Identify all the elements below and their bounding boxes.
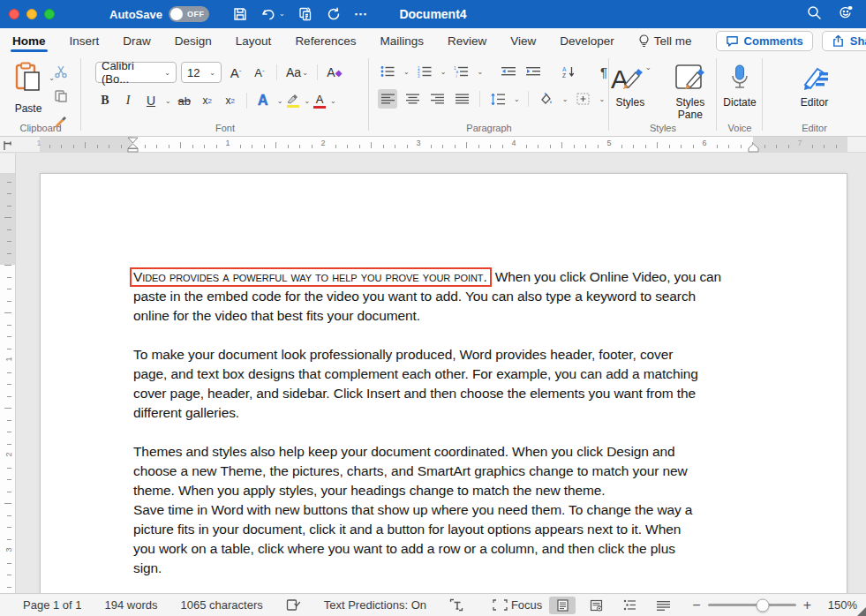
font-color-button[interactable]: A [313,94,326,109]
text-effects-button[interactable]: A [253,91,273,110]
font-size-select[interactable]: 12 ⌄ [181,62,222,83]
search-button[interactable] [807,5,822,24]
text-effects-chevron-icon[interactable]: ⌄ [277,97,283,105]
empty-line [133,326,758,345]
zoom-slider[interactable] [708,604,796,606]
share-button[interactable]: Share [822,31,866,51]
decrease-indent-button[interactable] [499,62,518,81]
undo-button[interactable]: ⌄ [260,6,285,22]
strikethrough-button[interactable]: ab [175,91,194,110]
indent-markers[interactable] [126,137,139,153]
align-left-button[interactable] [378,89,397,109]
word-count[interactable]: 194 words [105,598,158,612]
highlight-button[interactable] [286,94,299,108]
vruler-number: 2 [4,452,12,456]
tab-review[interactable]: Review [448,28,486,53]
bullets-chevron-icon[interactable]: ⌄ [403,68,410,76]
more-commands-button[interactable]: ⋯ [354,6,368,22]
zoom-out-button[interactable]: − [692,598,700,612]
undo-icon [260,6,277,22]
line-spacing-button[interactable] [488,89,508,109]
comments-button[interactable]: Comments [716,31,813,51]
copy-button[interactable] [51,86,71,106]
align-center-button[interactable] [403,89,422,109]
feedback-button[interactable] [838,4,854,24]
web-layout-view-button[interactable] [583,597,609,614]
tab-stop-selector[interactable] [3,139,13,154]
superscript-button[interactable]: x2 [221,91,240,110]
shading-chevron-icon[interactable]: ⌄ [562,95,569,103]
minimize-window-button[interactable] [26,9,37,19]
save-button[interactable] [232,6,248,22]
tab-developer[interactable]: Developer [560,28,614,53]
cut-button[interactable] [51,62,71,81]
repeat-button[interactable] [297,6,313,22]
multilevel-list-button[interactable]: 1 a i [451,62,471,81]
borders-chevron-icon[interactable]: ⌄ [599,95,605,103]
ruler-tick [693,145,694,148]
underline-chevron-icon[interactable]: ⌄ [165,97,171,105]
tab-draw[interactable]: Draw [123,28,151,53]
tab-insert[interactable]: Insert [70,28,100,53]
change-case-button[interactable]: Aa⌄ [284,63,310,82]
focus-button[interactable]: Focus [493,598,542,612]
print-layout-view-button[interactable] [549,597,576,614]
proofing-status[interactable] [286,598,301,612]
ruler-tick [669,145,670,148]
numbering-button[interactable]: 1 2 3 [415,62,434,81]
tab-design[interactable]: Design [175,28,212,53]
clipboard-group: ⌄ Paste [0,53,81,136]
zoom-in-button[interactable]: + [803,598,811,612]
outline-view-button[interactable] [616,597,643,614]
shading-button[interactable] [537,89,556,109]
shrink-font-button[interactable]: Aˇ [250,63,269,82]
align-center-icon [406,94,419,104]
italic-button[interactable]: I [118,91,138,110]
numbering-chevron-icon[interactable]: ⌄ [441,68,447,76]
styles-chevron-icon[interactable]: ⌄ [645,64,651,71]
draft-view-button[interactable] [650,597,676,614]
tab-references[interactable]: References [295,28,356,53]
zoom-window-button[interactable] [44,9,55,19]
undo-chevron-icon[interactable]: ⌄ [279,11,285,18]
subscript-button[interactable]: x2 [198,91,217,110]
ruler-number: 1 [225,139,230,147]
autosave-toggle[interactable]: OFF [169,6,209,22]
vruler-tick [7,587,11,588]
close-window-button[interactable] [9,9,19,19]
tab-view[interactable]: View [510,28,536,53]
document-page[interactable]: Video provides a powerful way to help yo… [40,173,847,593]
text-predictions-toggle[interactable] [449,598,463,612]
zoom-slider-knob[interactable] [756,598,769,612]
highlight-chevron-icon[interactable]: ⌄ [304,97,310,105]
window-resize-grip[interactable] [857,607,866,616]
underline-button[interactable]: U [141,91,161,110]
clear-formatting-button[interactable]: A◆ [325,63,344,82]
multilevel-chevron-icon[interactable]: ⌄ [477,68,483,76]
redo-button[interactable] [326,6,342,22]
bold-button[interactable]: B [95,91,115,110]
ruler-tick [812,145,813,148]
text-predictions[interactable]: Text Predictions: On [324,598,426,612]
tab-mailings[interactable]: Mailings [380,28,424,53]
comments-icon [726,34,739,48]
bullets-button[interactable] [378,62,397,81]
font-color-chevron-icon[interactable]: ⌄ [330,97,336,105]
character-count[interactable]: 1065 characters [180,598,262,612]
justify-button[interactable] [452,89,471,109]
paste-button[interactable]: ⌄ Paste [11,62,46,115]
tab-layout[interactable]: Layout [236,28,272,53]
tab-tell-me[interactable]: Tell me [638,28,692,53]
borders-button[interactable] [573,89,592,109]
ruler-tick [466,142,467,148]
align-right-button[interactable] [427,89,447,109]
line-spacing-chevron-icon[interactable]: ⌄ [514,95,520,103]
font-name-select[interactable]: Calibri (Bo... ⌄ [95,62,177,83]
right-indent-marker[interactable] [747,143,760,153]
zoom-percentage[interactable]: 150% [818,598,857,612]
page-count[interactable]: Page 1 of 1 [23,598,82,612]
sort-button[interactable]: A Z [559,62,578,81]
tab-home[interactable]: Home [12,28,46,53]
grow-font-button[interactable]: Aˆ [226,63,245,82]
increase-indent-button[interactable] [523,62,543,81]
